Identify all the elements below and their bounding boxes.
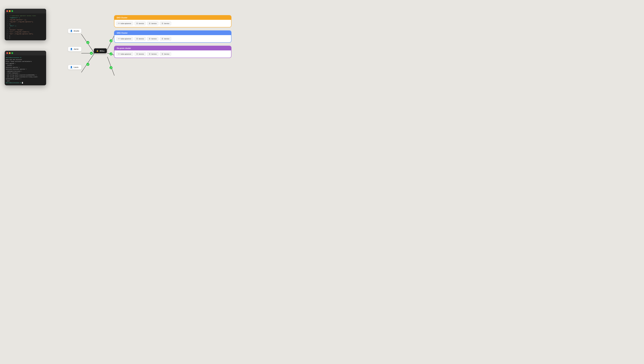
eks-service-2: ☰ Service — [147, 22, 158, 25]
code-line: 4 "tag:k8s": ["tag:k8s-operator"], — [6, 21, 45, 23]
gke-cluster-services: <> kube-apiserver ☰ Service ☰ Service ☰ … — [114, 35, 231, 42]
user-laura: 👤 Laura — [68, 65, 82, 70]
onprem-service-2: ☰ Service — [147, 52, 158, 56]
eks-kube-label: kube-apiserver — [121, 23, 131, 24]
service-icon: ☰ — [149, 53, 150, 55]
svg-point-8 — [86, 63, 90, 66]
line-number: 9 — [6, 31, 8, 33]
gke-service-3-label: Service — [164, 38, 170, 40]
eks-cluster-label: EKS Cluster — [117, 17, 128, 19]
acls-label: ACLs — [100, 50, 104, 52]
eks-service-1-label: Service — [139, 23, 144, 24]
gke-cluster-card: GKE Cluster <> kube-apiserver ☰ Service … — [114, 30, 232, 43]
svg-point-6 — [86, 41, 90, 44]
eks-service-3: ☰ Service — [160, 22, 171, 25]
terminal-maximize-dot — [12, 52, 13, 54]
onprem-service-3: ☰ Service — [160, 52, 171, 56]
code-icon: <> — [118, 23, 120, 24]
svg-line-4 — [107, 53, 114, 55]
svg-line-3 — [107, 35, 114, 50]
line-number: 6 — [6, 25, 8, 27]
user-icon: 👤 — [70, 66, 72, 68]
onprem-service-3-label: Service — [164, 53, 170, 55]
code-editor-window: 1// kubernetes operator access rules2"ta… — [5, 9, 46, 40]
user-icon: 👤 — [70, 48, 72, 50]
service-icon: ☰ — [136, 53, 138, 55]
terminal-line: tailscale-operator \ — [6, 67, 45, 69]
line-number: 3 — [6, 19, 8, 21]
service-icon: ☰ — [136, 38, 138, 40]
svg-line-2 — [81, 53, 94, 72]
terminal-minimize-dot — [9, 52, 10, 54]
user-icon: 👤 — [70, 30, 72, 32]
onprem-kube-label: kube-apiserver — [121, 53, 131, 55]
code-line: 7 { — [6, 27, 45, 29]
terminal-close-dot — [6, 52, 8, 54]
lock-icon: 🔒 — [96, 50, 98, 52]
svg-point-11 — [110, 66, 112, 69]
eks-cluster-services: <> kube-apiserver ☰ Service ☰ Service ☰ … — [114, 20, 231, 27]
users-column: 👤 Amelie 👤 Jamie 👤 Laura — [68, 29, 82, 70]
service-icon: ☰ — [149, 38, 150, 40]
service-icon: ☰ — [162, 23, 163, 24]
code-line: 6"ACLs": [ — [6, 25, 45, 27]
terminal-line: amelie@tailsnscales:/$ — [6, 57, 45, 59]
gke-cluster-label: GKE Cluster — [117, 32, 128, 34]
line-number: 11 — [6, 35, 8, 37]
line-content: "action": "accept", — [10, 29, 24, 31]
service-icon: ☰ — [136, 23, 138, 24]
window-titlebar — [5, 9, 46, 14]
line-number: 2 — [6, 17, 8, 19]
eks-service-1: ☰ Service — [134, 22, 146, 25]
user-amelie-label: Amelie — [74, 30, 79, 32]
terminal-line: --set-string oauth.clientId=<k123456CNTR… — [6, 74, 45, 76]
diagram: 👤 Amelie 👤 Jamie 👤 Laura 🔒 ACLs EKS Clus… — [42, 12, 236, 121]
code-line: 3 "tag:k8s-operator": [], — [6, 19, 45, 21]
line-number: 5 — [6, 23, 8, 25]
code-icon: <> — [118, 53, 120, 55]
line-content: } — [10, 35, 10, 37]
line-content: "tag:k8s": ["tag:k8s-operator"], — [10, 21, 34, 23]
code-line: 1// kubernetes operator access rules — [6, 15, 45, 17]
onprem-cluster-services: <> kube-apiserver ☰ Service ☰ Service ☰ … — [114, 50, 231, 58]
line-number: 1 — [6, 15, 8, 17]
line-content: "tag:k8s-operator": [], — [10, 19, 27, 21]
line-number: 12 — [6, 37, 8, 39]
maximize-dot — [12, 10, 13, 12]
svg-point-9 — [110, 39, 112, 42]
line-content: ] — [10, 37, 10, 39]
line-number: 10 — [6, 33, 8, 35]
line-number: 4 — [6, 21, 8, 23]
gke-service-2-label: Service — [151, 38, 157, 40]
svg-point-10 — [110, 52, 112, 55]
onprem-cluster-card: On-prem cluster <> kube-apiserver ☰ Serv… — [114, 46, 232, 58]
service-icon: ☰ — [162, 38, 163, 40]
terminal-line: tailscale/tailscale-operator \ — [6, 68, 45, 70]
line-number: 7 — [6, 27, 8, 29]
eks-cluster-header: EKS Cluster — [114, 16, 231, 20]
onprem-service-1-label: Service — [139, 53, 144, 55]
line-content: "ACLs": [ — [10, 25, 16, 27]
onprem-cluster-label: On-prem cluster — [117, 47, 131, 49]
terminal-line: --wait — [6, 80, 45, 82]
user-laura-label: Laura — [74, 66, 78, 68]
terminal-line: --set-string oauth.clientSecret=<tskey-c… — [6, 76, 45, 80]
line-content: "tagOwners": { — [10, 17, 20, 19]
eks-service-2-label: Service — [151, 23, 157, 24]
code-line: 10 "dst": ["tag:k8s-operator:443"], — [6, 33, 45, 35]
terminal-cursor — [22, 82, 23, 84]
gke-service-3: ☰ Service — [160, 37, 171, 41]
gke-kube-apiserver: <> kube-apiserver — [116, 37, 133, 41]
eks-kube-apiserver: <> kube-apiserver — [116, 22, 133, 25]
code-line: 9 "src": ["tag:k8s-readers"], — [6, 31, 45, 33]
terminal-titlebar — [5, 51, 46, 55]
onprem-service-2-label: Service — [151, 53, 157, 55]
user-jamie-label: Jamie — [74, 48, 78, 50]
code-line: 11 } — [6, 35, 45, 37]
close-dot — [6, 10, 8, 12]
eks-cluster-card: EKS Cluster <> kube-apiserver ☰ Service … — [114, 15, 232, 27]
code-line: 12] — [6, 37, 45, 39]
terminal-line: --namespace=tailscale \ — [6, 70, 45, 72]
code-line: 5}, — [6, 23, 45, 25]
eks-service-3-label: Service — [164, 23, 170, 24]
